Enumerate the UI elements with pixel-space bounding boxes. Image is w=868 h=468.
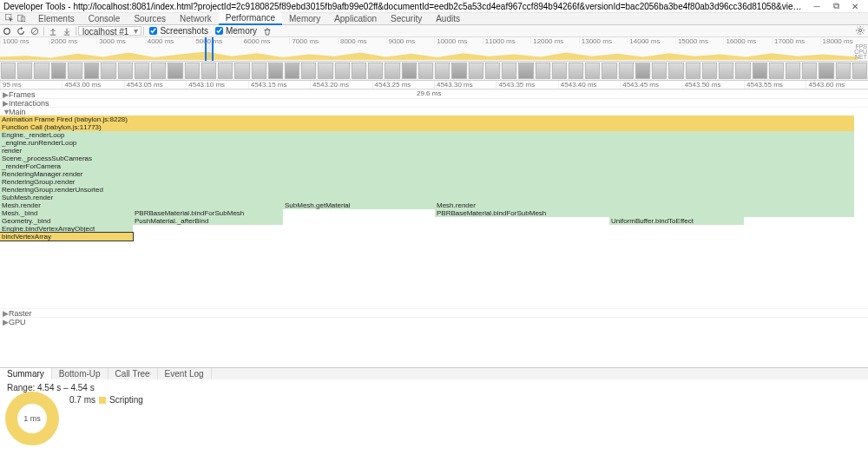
filmstrip-frame[interactable] <box>753 63 767 79</box>
filmstrip-frame[interactable] <box>602 63 616 79</box>
filmstrip-frame[interactable] <box>802 63 817 79</box>
filmstrip-frame[interactable] <box>552 63 567 79</box>
filmstrip-frame[interactable] <box>285 63 299 79</box>
window-close-button[interactable]: ✕ <box>845 1 865 12</box>
filmstrip-frame[interactable] <box>84 63 99 79</box>
flame-bar[interactable]: Animation Frame Fired (babylon.js:8228) <box>0 115 854 123</box>
filmstrip-frame[interactable] <box>318 63 332 79</box>
tab-application[interactable]: Application <box>327 13 384 24</box>
filmstrip-frame[interactable] <box>719 63 733 79</box>
filmstrip-frame[interactable] <box>702 63 717 79</box>
tab-network[interactable]: Network <box>173 13 219 24</box>
filmstrip-frame[interactable] <box>819 63 833 79</box>
capture-settings-button[interactable] <box>856 26 865 36</box>
window-minimize-button[interactable]: ─ <box>807 1 826 12</box>
filmstrip-frame[interactable] <box>1 63 16 79</box>
filmstrip-frame[interactable] <box>518 63 533 79</box>
flame-bar[interactable]: Geometry._bind <box>0 217 133 225</box>
filmstrip-frame[interactable] <box>418 63 433 79</box>
filmstrip-frame[interactable] <box>151 63 166 79</box>
filmstrip-frame[interactable] <box>735 63 750 79</box>
flame-bar[interactable]: _renderForCamera <box>0 162 854 170</box>
filmstrip-frame[interactable] <box>101 63 115 79</box>
filmstrip-frame[interactable] <box>769 63 784 79</box>
tab-audits[interactable]: Audits <box>429 13 467 24</box>
filmstrip-frame[interactable] <box>635 63 650 79</box>
filmstrip-frame[interactable] <box>118 63 133 79</box>
garbage-collect-button[interactable] <box>260 25 274 37</box>
filmstrip-frame[interactable] <box>668 63 683 79</box>
filmstrip-frame[interactable] <box>485 63 500 79</box>
flame-chart[interactable]: 29.6 ms ▶Frames▶Interactions▼MainAnimati… <box>0 89 868 367</box>
flame-bar[interactable]: bindVertexArray <box>0 233 133 241</box>
filmstrip-frame[interactable] <box>569 63 583 79</box>
flame-bar[interactable]: Scene._processSubCameras <box>0 155 854 162</box>
filmstrip-frame[interactable] <box>168 63 182 79</box>
memory-checkbox-input[interactable] <box>215 27 223 35</box>
overview-selection[interactable] <box>205 37 214 61</box>
tab-console[interactable]: Console <box>82 13 128 24</box>
filmstrip-frame[interactable] <box>469 63 483 79</box>
filmstrip-frame[interactable] <box>218 63 233 79</box>
filmstrip-frame[interactable] <box>686 63 700 79</box>
load-profile-button[interactable] <box>46 25 60 37</box>
filmstrip-frame[interactable] <box>201 63 216 79</box>
filmstrip-frame[interactable] <box>135 63 149 79</box>
tab-security[interactable]: Security <box>384 13 429 24</box>
filmstrip-frame[interactable] <box>852 63 867 79</box>
flame-bar[interactable]: render <box>0 147 854 155</box>
filmstrip-frame[interactable] <box>435 63 450 79</box>
filmstrip-frame[interactable] <box>185 63 200 79</box>
flame-section-header[interactable]: ▶GPU <box>0 317 868 326</box>
timeline-ruler[interactable]: 95 ms4543.00 ms4543.05 ms4543.10 ms4543.… <box>0 81 868 89</box>
flame-bar[interactable]: Mesh._bind <box>0 209 133 217</box>
filmstrip-frame[interactable] <box>585 63 600 79</box>
tab-memory[interactable]: Memory <box>282 13 327 24</box>
flame-section-header[interactable]: ▼Main <box>0 107 868 115</box>
reload-record-button[interactable] <box>14 25 28 37</box>
filmstrip-frame[interactable] <box>786 63 800 79</box>
filmstrip-frame[interactable] <box>536 63 550 79</box>
flame-bar[interactable]: SubMesh.getMaterial <box>283 201 435 209</box>
details-tab-event-log[interactable]: Event Log <box>158 368 212 379</box>
filmstrip-frame[interactable] <box>502 63 516 79</box>
flame-bar[interactable]: RenderingGroup.render <box>0 178 854 186</box>
filmstrip-frame[interactable] <box>402 63 417 79</box>
filmstrip-frame[interactable] <box>652 63 667 79</box>
details-tab-summary[interactable]: Summary <box>0 368 52 379</box>
flame-bar[interactable]: _engine.runRenderLoop <box>0 139 854 147</box>
window-maximize-button[interactable]: ⧉ <box>826 1 845 12</box>
device-toggle-icon[interactable] <box>17 14 26 24</box>
filmstrip-frame[interactable] <box>268 63 283 79</box>
flame-bar[interactable]: RenderingGroup.renderUnsorted <box>0 186 854 194</box>
screenshots-checkbox[interactable]: Screenshots <box>146 26 212 36</box>
details-tab-call-tree[interactable]: Call Tree <box>108 368 158 379</box>
flame-section-header[interactable]: ▶Interactions <box>0 98 868 107</box>
flame-bar[interactable]: PushMaterial._afterBind <box>133 217 283 225</box>
details-tab-bottom-up[interactable]: Bottom-Up <box>52 368 108 379</box>
overview-timeline[interactable]: 1000 ms2000 ms3000 ms4000 ms5000 ms6000 … <box>0 37 868 62</box>
flame-section-header[interactable]: ▶Raster <box>0 308 868 317</box>
save-profile-button[interactable] <box>60 25 74 37</box>
filmstrip-frame[interactable] <box>368 63 383 79</box>
screenshot-filmstrip[interactable] <box>0 62 868 81</box>
clear-button[interactable] <box>28 25 42 37</box>
filmstrip-frame[interactable] <box>17 63 32 79</box>
capture-target-select[interactable]: localhost #1 <box>78 26 141 36</box>
filmstrip-frame[interactable] <box>51 63 66 79</box>
filmstrip-frame[interactable] <box>836 63 851 79</box>
flame-bar[interactable]: Mesh.render <box>435 201 854 209</box>
record-button[interactable] <box>0 25 14 37</box>
flame-bar[interactable]: Engine._renderLoop <box>0 131 854 139</box>
flame-bar[interactable]: PBRBaseMaterial.bindForSubMesh <box>435 209 854 217</box>
flame-bar[interactable]: Mesh.render <box>0 201 283 209</box>
flame-bar[interactable]: RenderingManager.render <box>0 170 854 178</box>
filmstrip-frame[interactable] <box>234 63 249 79</box>
flame-section-header[interactable]: ▶Frames <box>0 89 868 98</box>
screenshots-checkbox-input[interactable] <box>149 27 157 35</box>
flame-bar[interactable]: SubMesh.render <box>0 194 854 201</box>
filmstrip-frame[interactable] <box>68 63 82 79</box>
tab-performance[interactable]: Performance <box>219 12 282 25</box>
tab-elements[interactable]: Elements <box>31 13 82 24</box>
filmstrip-frame[interactable] <box>352 63 366 79</box>
